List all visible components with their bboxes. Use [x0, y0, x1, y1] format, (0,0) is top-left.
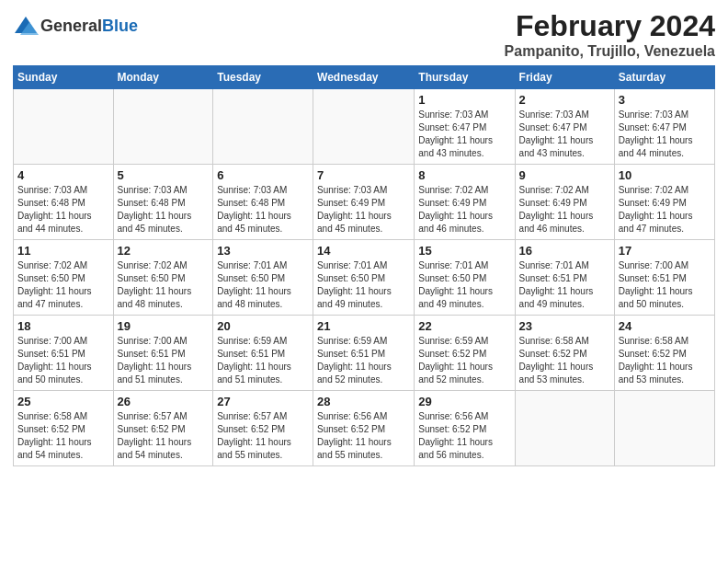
calendar-cell: 24Sunrise: 6:58 AM Sunset: 6:52 PM Dayli… [614, 316, 714, 391]
page-title: February 2024 [505, 9, 715, 43]
calendar-cell: 11Sunrise: 7:02 AM Sunset: 6:50 PM Dayli… [14, 240, 114, 316]
calendar-cell: 3Sunrise: 7:03 AM Sunset: 6:47 PM Daylig… [614, 89, 714, 165]
day-info: Sunrise: 6:58 AM Sunset: 6:52 PM Dayligh… [619, 335, 711, 386]
calendar-header-wednesday: Wednesday [313, 66, 415, 89]
calendar-cell: 10Sunrise: 7:02 AM Sunset: 6:49 PM Dayli… [614, 165, 714, 240]
day-info: Sunrise: 7:03 AM Sunset: 6:47 PM Dayligh… [519, 109, 610, 160]
day-number: 18 [17, 319, 109, 333]
day-number: 22 [418, 319, 510, 333]
day-info: Sunrise: 7:02 AM Sunset: 6:49 PM Dayligh… [519, 184, 610, 236]
day-number: 16 [519, 244, 610, 258]
calendar-cell: 29Sunrise: 6:56 AM Sunset: 6:52 PM Dayli… [415, 391, 515, 466]
calendar-cell: 18Sunrise: 7:00 AM Sunset: 6:51 PM Dayli… [14, 316, 114, 391]
day-number: 11 [17, 244, 109, 258]
day-info: Sunrise: 7:02 AM Sunset: 6:50 PM Dayligh… [17, 259, 109, 311]
day-number: 17 [619, 244, 711, 258]
day-number: 29 [418, 395, 510, 408]
calendar-header-thursday: Thursday [415, 66, 515, 89]
calendar-cell: 25Sunrise: 6:58 AM Sunset: 6:52 PM Dayli… [14, 391, 114, 466]
day-number: 7 [317, 168, 410, 182]
day-number: 25 [17, 395, 109, 408]
week-row-5: 25Sunrise: 6:58 AM Sunset: 6:52 PM Dayli… [14, 391, 715, 466]
calendar-cell [515, 391, 614, 466]
day-number: 27 [217, 395, 309, 408]
day-info: Sunrise: 7:00 AM Sunset: 6:51 PM Dayligh… [17, 335, 109, 386]
calendar-cell: 4Sunrise: 7:03 AM Sunset: 6:48 PM Daylig… [14, 165, 114, 240]
calendar-cell: 19Sunrise: 7:00 AM Sunset: 6:51 PM Dayli… [113, 316, 213, 391]
week-row-2: 4Sunrise: 7:03 AM Sunset: 6:48 PM Daylig… [14, 165, 715, 240]
day-info: Sunrise: 7:01 AM Sunset: 6:51 PM Dayligh… [519, 259, 610, 311]
day-number: 23 [519, 319, 610, 333]
day-info: Sunrise: 6:59 AM Sunset: 6:51 PM Dayligh… [217, 335, 309, 386]
week-row-1: 1Sunrise: 7:03 AM Sunset: 6:47 PM Daylig… [14, 89, 715, 165]
calendar-cell: 8Sunrise: 7:02 AM Sunset: 6:49 PM Daylig… [415, 165, 515, 240]
page-container: GeneralBlue February 2024 Pampanito, Tru… [0, 0, 728, 476]
day-info: Sunrise: 7:02 AM Sunset: 6:49 PM Dayligh… [619, 184, 711, 236]
calendar-cell: 15Sunrise: 7:01 AM Sunset: 6:50 PM Dayli… [415, 240, 515, 316]
day-number: 1 [418, 93, 510, 107]
calendar-cell: 17Sunrise: 7:00 AM Sunset: 6:51 PM Dayli… [614, 240, 714, 316]
week-row-3: 11Sunrise: 7:02 AM Sunset: 6:50 PM Dayli… [14, 240, 715, 316]
day-info: Sunrise: 7:03 AM Sunset: 6:48 PM Dayligh… [17, 184, 109, 236]
logo-icon [13, 15, 39, 37]
day-number: 6 [217, 168, 309, 182]
day-info: Sunrise: 7:01 AM Sunset: 6:50 PM Dayligh… [317, 259, 410, 311]
calendar-cell: 23Sunrise: 6:58 AM Sunset: 6:52 PM Dayli… [515, 316, 614, 391]
day-info: Sunrise: 7:00 AM Sunset: 6:51 PM Dayligh… [619, 259, 711, 311]
calendar-cell [313, 89, 415, 165]
day-info: Sunrise: 6:59 AM Sunset: 6:52 PM Dayligh… [418, 335, 510, 386]
header: GeneralBlue February 2024 Pampanito, Tru… [13, 9, 715, 60]
day-info: Sunrise: 7:02 AM Sunset: 6:49 PM Dayligh… [418, 184, 510, 236]
title-block: February 2024 Pampanito, Trujillo, Venez… [505, 9, 715, 60]
calendar-header-tuesday: Tuesday [213, 66, 313, 89]
calendar-cell: 1Sunrise: 7:03 AM Sunset: 6:47 PM Daylig… [415, 89, 515, 165]
day-info: Sunrise: 7:03 AM Sunset: 6:48 PM Dayligh… [217, 184, 309, 236]
day-info: Sunrise: 6:58 AM Sunset: 6:52 PM Dayligh… [519, 335, 610, 386]
day-number: 19 [118, 319, 210, 333]
day-number: 26 [118, 395, 210, 408]
day-info: Sunrise: 7:00 AM Sunset: 6:51 PM Dayligh… [118, 335, 210, 386]
calendar-header-saturday: Saturday [614, 66, 714, 89]
calendar-cell [213, 89, 313, 165]
day-info: Sunrise: 6:56 AM Sunset: 6:52 PM Dayligh… [317, 410, 410, 462]
calendar-table: SundayMondayTuesdayWednesdayThursdayFrid… [13, 65, 715, 466]
calendar-cell: 22Sunrise: 6:59 AM Sunset: 6:52 PM Dayli… [415, 316, 515, 391]
calendar-cell: 21Sunrise: 6:59 AM Sunset: 6:51 PM Dayli… [313, 316, 415, 391]
calendar-cell: 7Sunrise: 7:03 AM Sunset: 6:49 PM Daylig… [313, 165, 415, 240]
day-number: 4 [17, 168, 109, 182]
day-number: 20 [217, 319, 309, 333]
calendar-cell: 16Sunrise: 7:01 AM Sunset: 6:51 PM Dayli… [515, 240, 614, 316]
day-info: Sunrise: 6:57 AM Sunset: 6:52 PM Dayligh… [217, 410, 309, 462]
day-number: 9 [519, 168, 610, 182]
day-number: 2 [519, 93, 610, 107]
calendar-cell: 12Sunrise: 7:02 AM Sunset: 6:50 PM Dayli… [113, 240, 213, 316]
day-info: Sunrise: 6:57 AM Sunset: 6:52 PM Dayligh… [118, 410, 210, 462]
calendar-cell: 14Sunrise: 7:01 AM Sunset: 6:50 PM Dayli… [313, 240, 415, 316]
day-info: Sunrise: 7:03 AM Sunset: 6:49 PM Dayligh… [317, 184, 410, 236]
calendar-cell [14, 89, 114, 165]
calendar-header-sunday: Sunday [14, 66, 114, 89]
calendar-cell: 27Sunrise: 6:57 AM Sunset: 6:52 PM Dayli… [213, 391, 313, 466]
day-info: Sunrise: 7:02 AM Sunset: 6:50 PM Dayligh… [118, 259, 210, 311]
day-number: 8 [418, 168, 510, 182]
day-number: 12 [118, 244, 210, 258]
day-number: 14 [317, 244, 410, 258]
calendar-cell: 28Sunrise: 6:56 AM Sunset: 6:52 PM Dayli… [313, 391, 415, 466]
calendar-cell: 9Sunrise: 7:02 AM Sunset: 6:49 PM Daylig… [515, 165, 614, 240]
day-number: 21 [317, 319, 410, 333]
calendar-cell: 13Sunrise: 7:01 AM Sunset: 6:50 PM Dayli… [213, 240, 313, 316]
day-number: 10 [619, 168, 711, 182]
day-info: Sunrise: 6:56 AM Sunset: 6:52 PM Dayligh… [418, 410, 510, 462]
logo: GeneralBlue [13, 15, 138, 37]
day-info: Sunrise: 6:58 AM Sunset: 6:52 PM Dayligh… [17, 410, 109, 462]
calendar-header-row: SundayMondayTuesdayWednesdayThursdayFrid… [14, 66, 715, 89]
calendar-cell: 26Sunrise: 6:57 AM Sunset: 6:52 PM Dayli… [113, 391, 213, 466]
calendar-header-friday: Friday [515, 66, 614, 89]
calendar-header-monday: Monday [113, 66, 213, 89]
day-info: Sunrise: 7:03 AM Sunset: 6:48 PM Dayligh… [118, 184, 210, 236]
day-number: 3 [619, 93, 711, 107]
day-number: 13 [217, 244, 309, 258]
day-info: Sunrise: 7:03 AM Sunset: 6:47 PM Dayligh… [418, 109, 510, 160]
day-number: 5 [118, 168, 210, 182]
logo-general-text: General [40, 17, 102, 35]
